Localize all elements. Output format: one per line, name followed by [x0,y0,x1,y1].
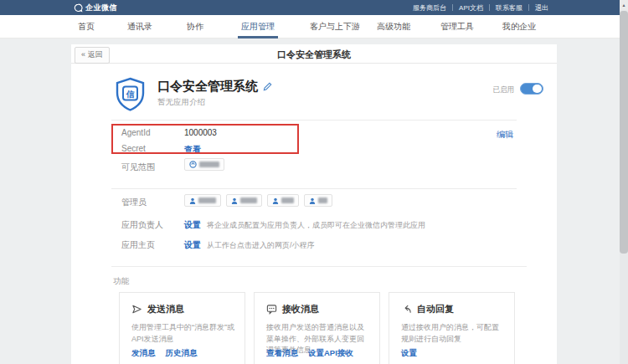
feature-card-send: 发送消息 使用管理工具中的“消息群发”或API发送消息 发消息 历史消息 [119,292,245,364]
nav-active-underline [238,36,278,38]
redacted-admin-name [318,197,327,203]
visibility-scope-icon [189,161,197,168]
send-icon [131,304,142,315]
divider [111,266,527,267]
feature-card-receive: 接收消息 接收用户发送的普通消息以及菜单操作、外部联系人变更回调等事件信息 查看… [254,292,380,364]
scrollbar-thumb[interactable] [620,11,628,254]
feature-card-autoreply: 自动回复 通过接收用户的消息，可配置规则进行自动回复 设置 [389,292,515,364]
topbar-links: 服务商后台 API文档 联系客服 退出 [407,0,554,15]
card-head: 接收消息 [266,303,369,315]
reply-icon [401,304,412,315]
card-head: 自动回复 [401,303,504,315]
admin-tag[interactable] [267,194,299,207]
panel-header: « 返回 口令安全管理系统 [71,44,557,64]
topbar-link-provider[interactable]: 服务商后台 [407,3,452,13]
admin-tag[interactable] [226,194,262,207]
redacted-scope-name [199,161,219,167]
person-icon [272,197,279,204]
scope-tag-row [184,158,224,171]
topbar-link-logout[interactable]: 退出 [529,3,554,13]
nav-item-customers[interactable]: 客户与上下游 [310,15,360,38]
owner-set-link[interactable]: 设置 [184,219,201,231]
card-head: 发送消息 [131,303,234,315]
nav-item-app-management[interactable]: 应用管理 [241,15,275,38]
nav-item-collaboration[interactable]: 协作 [187,15,203,38]
card-links: 查看消息 设置API接收 [266,348,353,359]
card-desc: 使用管理工具中的“消息群发”或API发送消息 [131,322,234,345]
main-nav: 首页 通讯录 协作 应用管理 客户与上下游 高级功能 管理工具 我的企业 [0,15,628,38]
redacted-admin-name [198,197,216,203]
toggle-knob [533,85,542,93]
divider [111,188,517,189]
person-icon [189,197,196,204]
nav-item-home[interactable]: 首页 [78,15,95,38]
secret-label: Secret [121,144,146,153]
page-title: 口令安全管理系统 [71,49,557,61]
app-enabled-toggle[interactable] [520,83,543,95]
app-icon: 信 [111,75,149,113]
card-links: 设置 [401,348,417,359]
admin-tag[interactable] [304,194,332,207]
person-icon [309,197,316,204]
set-api-receive-link[interactable]: 设置API接收 [308,348,353,359]
admin-tag-row [184,194,332,207]
wecom-bubble-icon [74,3,83,13]
edit-link[interactable]: 编辑 [497,129,513,141]
features-section-label: 功能 [113,276,129,287]
view-messages-link[interactable]: 查看消息 [266,348,298,359]
app-intro: 暂无应用介绍 [157,97,205,108]
card-title: 自动回复 [417,303,454,315]
wecom-logo-text: 企业微信 [85,3,117,13]
home-desc: 从工作台点击进入的网页/小程序 [207,240,315,251]
home-set-link[interactable]: 设置 [184,239,201,251]
autoreply-set-link[interactable]: 设置 [401,348,417,359]
nav-item-admin-tools[interactable]: 管理工具 [440,15,474,38]
card-desc: 通过接收用户的消息，可配置规则进行自动回复 [401,322,504,345]
secret-view-link[interactable]: 查看 [184,144,201,156]
scroll-up-button[interactable]: ▲ [620,0,628,10]
nav-item-my-company[interactable]: 我的企业 [502,15,536,38]
admin-label: 管理员 [121,197,147,208]
topbar-link-api-docs[interactable]: API文档 [453,3,489,13]
redacted-admin-name [281,197,294,203]
receive-icon [266,304,277,315]
scope-tag[interactable] [184,158,224,171]
app-name-row: 口令安全管理系统 [157,79,272,95]
divider [111,120,517,120]
topbar-link-support[interactable]: 联系客服 [490,3,528,13]
redacted-admin-name [240,197,257,203]
owner-desc: 将企业成员配置为应用负责人，成员即可在企业微信内管理此应用 [207,220,425,231]
person-icon [231,197,238,204]
home-label: 应用主页 [121,239,155,251]
wecom-logo[interactable]: 企业微信 [74,0,117,15]
vertical-scrollbar[interactable]: ▲ [620,0,628,364]
svg-text:信: 信 [126,90,136,99]
card-title: 接收消息 [282,303,319,315]
topbar: 企业微信 服务商后台 API文档 联系客服 退出 [0,0,628,15]
history-message-link[interactable]: 历史消息 [166,348,198,359]
app-name: 口令安全管理系统 [157,79,258,95]
app-detail-panel: « 返回 口令安全管理系统 信 口令安全管理系统 暂无应用介绍 已启用 Agen… [71,44,557,364]
nav-item-contacts[interactable]: 通讯录 [127,15,152,38]
agentid-value: 1000003 [184,128,217,137]
nav-item-advanced[interactable]: 高级功能 [377,15,410,38]
app-status-label: 已启用 [443,85,514,95]
send-message-link[interactable]: 发消息 [131,348,156,359]
owner-label: 应用负责人 [121,219,163,231]
admin-tag[interactable] [184,194,221,207]
edit-name-pencil-icon[interactable] [263,82,272,91]
scope-label: 可见范围 [121,161,155,173]
card-links: 发消息 历史消息 [131,348,198,359]
card-title: 发送消息 [147,303,184,315]
agentid-label: AgentId [121,128,150,137]
